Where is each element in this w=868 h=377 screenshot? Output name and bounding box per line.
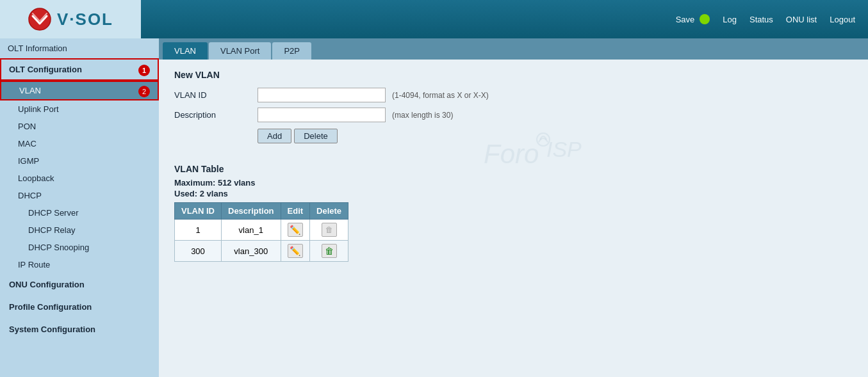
sidebar-item-mac[interactable]: MAC — [0, 135, 159, 152]
vlan-desc-cell-2: vlan_300 — [222, 241, 281, 262]
logo-text: V·SOL — [57, 10, 113, 29]
sidebar-item-dhcp-server[interactable]: DHCP Server — [0, 204, 159, 221]
vlan-id-hint: (1-4094, format as X or X-X) — [392, 91, 489, 100]
table-row: 300 vlan_300 ✏️ 🗑 — [175, 241, 348, 262]
sidebar-item-dhcp-relay[interactable]: DHCP Relay — [0, 221, 159, 239]
vlan-id-input[interactable] — [258, 88, 386, 102]
description-input[interactable] — [258, 108, 386, 122]
sidebar-item-profile-configuration[interactable]: Profile Configuration — [0, 296, 159, 318]
edit-icon-2[interactable]: ✏️ — [288, 244, 303, 258]
form-content: New VLAN VLAN ID (1-4094, format as X or… — [159, 60, 868, 164]
sidebar-item-olt-information[interactable]: OLT Information — [0, 38, 159, 58]
sidebar-item-ip-route[interactable]: IP Route — [0, 256, 159, 273]
logout-link[interactable]: Logout — [830, 15, 855, 24]
logo-area: V·SOL — [0, 0, 141, 38]
vlan-table-section: VLAN Table Maximum: 512 vlans Used: 2 vl… — [159, 164, 868, 262]
sidebar-item-uplink-port[interactable]: Uplink Port — [0, 100, 159, 118]
table-header-row: VLAN ID Description Edit Delete — [175, 203, 348, 220]
svg-point-0 — [29, 8, 51, 30]
edit-icon-1[interactable]: ✏️ — [288, 223, 303, 237]
sidebar: OLT Information OLT Configuration 1 VLAN… — [0, 38, 159, 377]
onu-list-link[interactable]: ONU list — [786, 15, 817, 24]
sidebar-item-olt-configuration[interactable]: OLT Configuration 1 — [0, 58, 159, 81]
sidebar-item-loopback[interactable]: Loopback — [0, 170, 159, 187]
delete-icon-2[interactable]: 🗑 — [322, 244, 337, 258]
vlan-stats: Maximum: 512 vlans Used: 2 vlans — [174, 178, 853, 198]
col-description: Description — [222, 203, 281, 220]
col-vlan-id: VLAN ID — [175, 203, 222, 220]
vlan-id-cell-2: 300 — [175, 241, 222, 262]
tab-vlan-port[interactable]: VLAN Port — [209, 42, 271, 60]
vlan-badge: 2 — [138, 86, 150, 97]
delete-button[interactable]: Delete — [294, 129, 338, 143]
vsol-logo-icon — [28, 7, 52, 31]
tab-p2p[interactable]: P2P — [272, 42, 311, 60]
header-save-area: Save — [676, 14, 710, 24]
vlan-id-cell-1: 1 — [175, 220, 222, 241]
main-layout: OLT Information OLT Configuration 1 VLAN… — [0, 38, 868, 377]
new-vlan-title: New VLAN — [174, 70, 853, 80]
vlan-table-title: VLAN Table — [174, 164, 853, 174]
sidebar-item-system-configuration[interactable]: System Configuration — [0, 318, 159, 341]
vlan-desc-cell-1: vlan_1 — [222, 220, 281, 241]
olt-config-badge: 1 — [138, 65, 150, 76]
sidebar-item-dhcp-snooping[interactable]: DHCP Snooping — [0, 239, 159, 256]
edit-cell-1: ✏️ — [281, 220, 310, 241]
log-link[interactable]: Log — [723, 15, 737, 24]
vlan-max-label: Maximum: 512 vlans — [174, 178, 853, 188]
vlan-id-row: VLAN ID (1-4094, format as X or X-X) — [174, 88, 853, 102]
sidebar-item-igmp[interactable]: IGMP — [0, 152, 159, 170]
vlan-id-label: VLAN ID — [174, 90, 251, 100]
description-label: Description — [174, 110, 251, 120]
header: V·SOL Save Log Status ONU list Logout — [0, 0, 868, 38]
sidebar-item-vlan[interactable]: VLAN 2 — [0, 81, 159, 100]
status-link[interactable]: Status — [749, 15, 773, 24]
sidebar-item-pon[interactable]: PON — [0, 118, 159, 135]
delete-cell-2: 🗑 — [310, 241, 348, 262]
edit-cell-2: ✏️ — [281, 241, 310, 262]
vlan-used-label: Used: 2 vlans — [174, 189, 853, 198]
header-right: Save Log Status ONU list Logout — [676, 14, 855, 24]
sidebar-item-onu-configuration[interactable]: ONU Configuration — [0, 273, 159, 296]
save-button[interactable]: Save — [676, 15, 695, 24]
content-area: VLAN VLAN Port P2P New VLAN VLAN ID (1-4… — [159, 38, 868, 377]
col-delete: Delete — [310, 203, 348, 220]
vlan-table: VLAN ID Description Edit Delete 1 vlan_1… — [174, 202, 348, 262]
description-row: Description (max length is 30) — [174, 108, 853, 122]
sidebar-item-dhcp[interactable]: DHCP — [0, 187, 159, 204]
delete-cell-1: 🗑 — [310, 220, 348, 241]
tab-vlan[interactable]: VLAN — [163, 42, 208, 60]
description-hint: (max length is 30) — [392, 111, 453, 120]
col-edit: Edit — [281, 203, 310, 220]
delete-icon-1[interactable]: 🗑 — [322, 223, 337, 237]
table-row: 1 vlan_1 ✏️ 🗑 — [175, 220, 348, 241]
tabs-bar: VLAN VLAN Port P2P — [159, 38, 868, 60]
form-buttons: Add Delete — [174, 129, 853, 143]
status-indicator — [700, 14, 710, 24]
add-button[interactable]: Add — [258, 129, 291, 143]
